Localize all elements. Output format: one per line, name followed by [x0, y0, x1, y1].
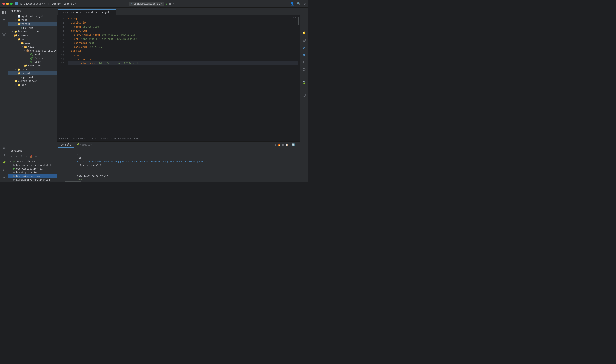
search-icon[interactable]: 🔍: [297, 2, 301, 6]
scrollbar-thumb[interactable]: [298, 17, 299, 25]
expand-icon: ▶: [14, 84, 17, 86]
code-editor[interactable]: spring: application: name: userservice: [66, 15, 300, 136]
gradle-icon[interactable]: [301, 59, 308, 65]
structure-icon[interactable]: [1, 31, 7, 38]
tree-item-main[interactable]: ▼ 📂 main: [8, 41, 57, 45]
svg-point-2: [3, 19, 5, 20]
tree-item-eureka-server[interactable]: ▶ 📁 eureka-server: [8, 79, 57, 83]
scroll-to-end-button[interactable]: ⬇: [289, 143, 291, 146]
check-indicator: ✓ 2 ▲▼: [288, 16, 296, 19]
breadcrumb-eureka[interactable]: eureka:: [78, 137, 88, 140]
run-config-selector[interactable]: ⚙ UserApplication-01 ▾: [129, 2, 164, 6]
tab-settings-button[interactable]: ⋮: [303, 10, 307, 14]
more-options-button[interactable]: ⋮: [176, 2, 179, 5]
h-scrollbar-thumb[interactable]: [65, 181, 81, 182]
bottom-panel: Console 🌱 Actuator ▶ 🔥 ⏹ 📋 ⬇ 🔄: [57, 142, 300, 182]
project-header[interactable]: Project ▾: [8, 8, 57, 14]
project-view-icon[interactable]: [1, 9, 7, 16]
close-service-button[interactable]: ✕: [14, 154, 19, 158]
tree-item-resources[interactable]: 📁 resources: [8, 64, 57, 67]
run-console-button[interactable]: ▶: [275, 143, 277, 146]
commit-icon[interactable]: [1, 17, 7, 23]
tab-label: user-service/.../application.yml: [63, 11, 109, 13]
project-selector[interactable]: SC springCloudStudy ▾ | Version control …: [15, 2, 77, 5]
tree-item-target2[interactable]: ▼ 📂 target: [8, 71, 57, 75]
editor-tab-application-yml[interactable]: ⚙ user-service/.../application.yml ✕: [58, 9, 116, 15]
add-service-button[interactable]: ➕: [34, 154, 38, 158]
tree-item-test2[interactable]: ▶ 📁 test: [8, 67, 57, 71]
tree-item-org-example-entity[interactable]: ▼ 📦 org.example.entity: [8, 49, 57, 53]
tree-item-application-yml[interactable]: 📄 application.yml: [8, 14, 57, 18]
actuator-tab[interactable]: 🌱 Actuator: [74, 142, 94, 148]
export-button[interactable]: 📤: [29, 154, 33, 158]
bottom-panel-toolbar: ▶ 🔥 ⏹ 📋 ⬇ 🔄 ⋮: [275, 143, 298, 146]
coverage-button[interactable]: ⚡: [172, 2, 174, 5]
tree-item-src[interactable]: ▼ 📂 src: [8, 37, 57, 41]
stop-button[interactable]: ⏹: [282, 143, 284, 146]
close-button[interactable]: [2, 3, 5, 5]
settings-icon[interactable]: ⚙: [304, 2, 306, 6]
filter-button[interactable]: ⚙: [24, 154, 28, 158]
leaf-icon[interactable]: 🍃: [301, 79, 308, 86]
service-user-app[interactable]: UserApplication-01: [8, 167, 57, 171]
breadcrumb-defaultzone[interactable]: defaultZone:: [122, 137, 138, 140]
restore-layout-button[interactable]: 📋: [285, 143, 288, 146]
eye-button[interactable]: 👁: [19, 154, 24, 158]
more-options-button[interactable]: ⋮: [296, 143, 298, 146]
folder-icon: 📂: [21, 41, 24, 45]
console-line-1: > at org.springframework.boot.SpringAppl…: [58, 149, 298, 171]
editor-vertical-scrollbar[interactable]: [298, 15, 300, 136]
tree-item-borrow[interactable]: C Borrow: [8, 56, 57, 60]
service-book-app[interactable]: BookApplication: [8, 171, 57, 174]
breadcrumb-client[interactable]: client:: [90, 137, 100, 140]
tab-bar: ⚙ user-service/.../application.yml ✕ ⋮: [57, 8, 308, 15]
sidebar-header-dropdown[interactable]: ▾: [22, 10, 23, 12]
spring-icon[interactable]: 🌱: [1, 159, 7, 166]
tree-item-src2[interactable]: ▶ 📁 src: [8, 83, 57, 87]
collapse-all-button[interactable]: ▲: [10, 154, 14, 158]
debug-button[interactable]: ⚙: [169, 2, 171, 5]
tree-item-pom-xml[interactable]: m pom.xml: [8, 26, 57, 30]
database-right-icon[interactable]: [301, 37, 308, 43]
breadcrumb-service-url[interactable]: service-url:: [103, 137, 119, 140]
bookmark-icon[interactable]: [1, 24, 7, 30]
tree-item-user[interactable]: C User: [8, 60, 57, 64]
run-button[interactable]: ▶: [166, 2, 167, 5]
rerun-button[interactable]: 🔥: [278, 143, 281, 146]
service-borrow-install[interactable]: borrow-service [install]: [8, 163, 57, 167]
tree-item-commons[interactable]: ▼ 📂 commons: [8, 33, 57, 37]
service-eureka-app[interactable]: EurekaServerApplication: [8, 178, 57, 182]
more-tools-icon[interactable]: ⋯: [1, 174, 7, 180]
module-label: eureka-server: [18, 80, 37, 82]
run-dashboard-group[interactable]: ▼ ▶ Run Dashboard: [8, 160, 57, 163]
maximize-button[interactable]: [10, 3, 13, 5]
tree-item-target[interactable]: ▼ 📂 target: [8, 22, 57, 26]
refresh-button[interactable]: 🔄: [292, 143, 295, 146]
tab-close-button[interactable]: ✕: [111, 11, 114, 13]
file-label: pom.xml: [23, 26, 33, 29]
database-icon[interactable]: [1, 145, 7, 151]
account-icon[interactable]: 👤: [290, 2, 294, 6]
ai-assistant-icon[interactable]: ✦: [301, 17, 308, 23]
breadcrumb-doc: Document 1/1: [59, 137, 75, 140]
service-borrow-app[interactable]: BorrowApplication: [8, 174, 57, 178]
tree-item-borrow-service[interactable]: ▶ 📁 borrow-service: [8, 30, 57, 33]
ai-icon2[interactable]: [301, 92, 308, 99]
notifications-icon[interactable]: 🔔: [301, 30, 308, 36]
console-tab[interactable]: Console: [58, 142, 74, 148]
tree-item-java[interactable]: ▼ 📂 java: [8, 45, 57, 49]
svg-line-14: [4, 156, 5, 156]
minimize-button[interactable]: [6, 3, 9, 5]
tree-item-pom-xml-2[interactable]: m pom.xml: [8, 75, 57, 79]
version-control-label[interactable]: Version control: [52, 2, 74, 5]
tree-item-test[interactable]: 📁 test: [8, 18, 57, 22]
notification-dot-icon[interactable]: [301, 52, 308, 58]
console-horizontal-scrollbar[interactable]: [57, 180, 300, 182]
history-icon[interactable]: [301, 66, 308, 73]
find-icon[interactable]: [1, 152, 7, 158]
java-class-icon: C: [30, 53, 33, 56]
run-icon[interactable]: ▶: [1, 167, 7, 173]
fold-expand-icon[interactable]: ▲▼: [293, 16, 296, 19]
tree-item-book[interactable]: C Book: [8, 53, 57, 56]
m-badge-icon[interactable]: m: [301, 44, 308, 51]
